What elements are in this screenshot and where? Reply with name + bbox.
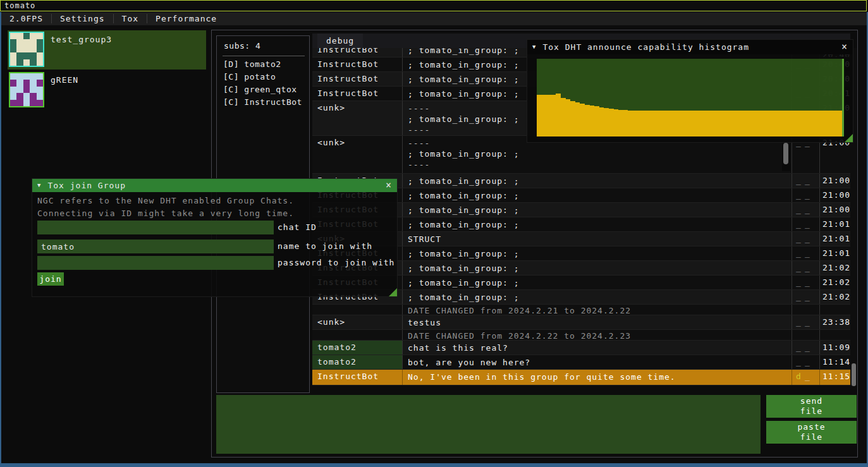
sender-cell — [312, 305, 403, 315]
menu-item-settings[interactable]: Settings — [52, 12, 113, 25]
avatar-pixel — [16, 87, 23, 93]
avatar-pixel — [30, 73, 36, 80]
status-cell: __ — [792, 217, 820, 231]
histogram-bar — [690, 111, 695, 136]
window-border-bottom[interactable] — [0, 463, 868, 467]
join-password-label: password to join with — [278, 258, 394, 267]
tab-debug[interactable]: debug — [317, 33, 363, 48]
close-icon[interactable]: × — [386, 179, 392, 192]
titlebar[interactable]: tomato — [0, 0, 867, 11]
subs-separator — [223, 56, 305, 56]
collapse-arrow-icon[interactable]: ▼ — [37, 179, 41, 192]
status-mark: _ — [796, 357, 805, 367]
status-cell: d_ — [792, 370, 820, 385]
message-cell: ; tomato_in_group: ; — [403, 203, 792, 217]
avatar-pixel — [37, 46, 43, 52]
avatar-pixel — [30, 46, 36, 52]
sender-name: InstructBot — [317, 59, 379, 69]
resize-grip-icon[interactable] — [389, 288, 397, 296]
status-mark: _ — [805, 234, 814, 243]
status-mark: _ — [805, 219, 814, 229]
message-line: chat is this real? — [408, 343, 792, 353]
timestamp-cell: 21:01 — [820, 217, 850, 231]
timestamp-cell: 21:00 — [820, 174, 850, 188]
avatar-pixel — [30, 93, 36, 99]
sender-name: InstructBot — [317, 372, 379, 381]
timestamp: 21:01 — [822, 219, 850, 229]
message-cell: chat is this real? — [403, 341, 792, 355]
send-file-button[interactable]: send file — [766, 395, 857, 418]
avatar-pixel — [16, 39, 23, 45]
sidebar-group-gREEN[interactable]: gREEN — [8, 71, 206, 110]
histogram-bar — [585, 105, 590, 136]
dht-histogram-titlebar[interactable]: ▼ Tox DHT announce capability histogram … — [527, 40, 853, 54]
subs-member: [C] green_qtox — [223, 85, 297, 94]
avatar-pixel — [30, 59, 36, 66]
avatar-pixel — [37, 80, 43, 86]
join-password-input[interactable] — [37, 256, 274, 270]
histogram-bar — [551, 95, 556, 136]
timestamp: 21:02 — [822, 292, 850, 301]
message-line: No, I've been in this group for quite so… — [408, 372, 792, 382]
chat-row: tomato2bot, are you new here?__11:14 — [312, 355, 850, 370]
timestamp-cell: 21:01 — [820, 246, 850, 260]
status-cell: __ — [792, 174, 820, 188]
sender-name: InstructBot — [317, 74, 379, 83]
histogram-bar — [767, 111, 773, 136]
histogram-bar — [748, 111, 753, 136]
status-cell: __ — [792, 341, 820, 355]
message-cell: DATE CHANGED from 2024.2.22 to 2024.2.23 — [403, 330, 792, 340]
histogram-bar — [546, 95, 551, 136]
avatar-pixel — [23, 59, 30, 66]
subs-member: [C] potato — [223, 72, 276, 82]
subs-member: [D] tomato2 — [223, 59, 281, 69]
message-line: ; tomato_in_group: ; — [408, 263, 792, 274]
dht-histogram-plot — [537, 59, 844, 136]
avatar-pixel — [10, 33, 16, 39]
timestamp: 21:01 — [822, 234, 850, 243]
window-title: tomato — [4, 1, 35, 10]
chat-id-input[interactable] — [37, 221, 274, 234]
menu-item-tox[interactable]: Tox — [114, 12, 147, 25]
collapse-arrow-icon[interactable]: ▼ — [532, 40, 536, 54]
histogram-bar — [810, 111, 816, 136]
status-cell: __ — [792, 261, 820, 275]
cell-scrollbar-thumb[interactable] — [783, 143, 788, 164]
histogram-bar — [709, 111, 714, 136]
histogram-bar — [566, 99, 571, 136]
subs-member: [C] InstructBot — [223, 97, 302, 107]
app-window: tomato 2.0FPSSettingsToxPerformance test… — [0, 0, 868, 467]
sender-name: InstructBot — [317, 48, 402, 54]
join-name-input[interactable] — [37, 240, 274, 253]
menu-item-performance[interactable]: Performance — [147, 12, 225, 25]
paste-file-button[interactable]: paste file — [766, 421, 857, 444]
histogram-bar — [676, 111, 681, 136]
join-group-titlebar[interactable]: ▼ Tox join Group × — [32, 179, 397, 192]
status-mark: _ — [796, 292, 805, 301]
histogram-bar — [537, 95, 542, 136]
close-icon[interactable]: × — [841, 40, 848, 54]
histogram-bar — [719, 111, 724, 136]
sidebar-group-test_group3[interactable]: test_group3 — [8, 30, 206, 70]
chat-scrollbar-thumb[interactable] — [852, 363, 856, 386]
join-button[interactable]: join — [37, 272, 64, 286]
group-name: test_group3 — [51, 35, 112, 44]
status-cell: __ — [792, 290, 820, 304]
histogram-latest-bin — [842, 59, 844, 136]
window-border-left[interactable] — [0, 12, 1, 463]
avatar-pixel — [23, 87, 30, 93]
message-cell: testus — [403, 315, 792, 329]
status-mark: _ — [805, 190, 814, 200]
avatar-pixel — [16, 33, 23, 39]
dht-histogram-window: ▼ Tox DHT announce capability histogram … — [527, 39, 853, 143]
menu-item-2.0fps[interactable]: 2.0FPS — [1, 12, 51, 25]
timestamp: 21:01 — [822, 248, 850, 258]
avatar-pixel — [10, 46, 16, 52]
message-input[interactable] — [216, 395, 761, 454]
resize-grip-icon[interactable] — [845, 134, 853, 142]
group-avatar — [9, 32, 44, 67]
timestamp-cell: 21:00 — [820, 203, 850, 217]
sender-cell: InstructBot — [312, 48, 403, 57]
sender-name: tomato2 — [317, 357, 357, 367]
histogram-bar — [695, 111, 700, 136]
